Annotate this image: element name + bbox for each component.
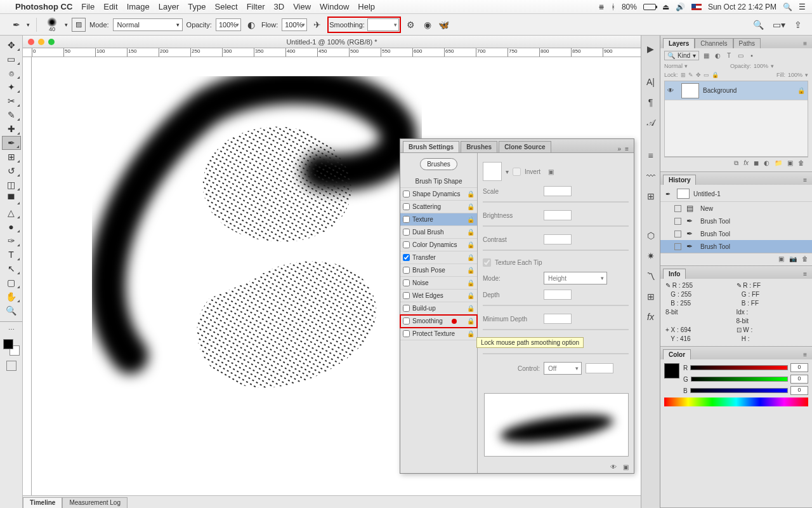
brightness-value[interactable] (544, 210, 572, 220)
lighting-icon[interactable]: ✷ (644, 249, 658, 263)
create-preset-icon[interactable]: ▣ (548, 168, 554, 175)
lock-pixels-icon[interactable]: ✎ (688, 72, 693, 78)
3d-panel-icon[interactable]: ⬡ (644, 229, 658, 243)
layer-group-icon[interactable]: 📁 (775, 159, 782, 167)
brush-option-noise[interactable]: Noise🔒 (400, 277, 477, 290)
menu-file[interactable]: File (81, 2, 95, 11)
panel-menu-icon[interactable]: ≡ (801, 269, 809, 279)
menu-help[interactable]: Help (358, 2, 375, 11)
eraser-tool[interactable]: ◫ (2, 178, 21, 192)
filter-pixel-icon[interactable]: ▦ (702, 51, 710, 60)
fx-icon[interactable]: fx (644, 310, 658, 324)
value-r[interactable]: 0 (790, 363, 808, 372)
history-item[interactable]: ✒Brush Tool (660, 215, 812, 227)
marquee-tool[interactable]: ▭ (2, 52, 21, 66)
tab-measurement-log[interactable]: Measurement Log (62, 497, 128, 508)
smoothing-options-icon[interactable]: ⚙ (405, 18, 417, 31)
eject-icon[interactable]: ⏏ (662, 3, 669, 11)
path-select-tool[interactable]: ↖ (2, 262, 21, 276)
brush-tip-shape[interactable]: Brush Tip Shape (400, 175, 477, 188)
control-select[interactable]: Off (544, 362, 582, 375)
min-depth-value[interactable] (544, 314, 572, 324)
flow-input[interactable]: 100% (282, 18, 307, 31)
history-item[interactable]: ✒Brush Tool (660, 240, 812, 253)
value-b[interactable]: 0 (790, 386, 808, 395)
eyedropper-tool[interactable]: ✎ (2, 108, 21, 122)
collapse-icon[interactable]: » (618, 145, 622, 152)
layer-fx-icon[interactable]: fx (743, 159, 749, 167)
brush-tool[interactable]: ✒ (2, 136, 21, 150)
new-layer-icon[interactable]: ▣ (787, 159, 793, 167)
brush-panel-toggle-icon[interactable]: ▨ (72, 18, 86, 32)
share-icon[interactable]: ⇪ (794, 20, 802, 30)
foreground-color[interactable] (664, 363, 679, 378)
layer-opacity-value[interactable]: 100% (754, 63, 768, 69)
filter-smart-icon[interactable]: ▪ (747, 51, 756, 60)
bluetooth-icon[interactable]: ᚼ (611, 3, 615, 11)
checkbox[interactable] (403, 318, 410, 324)
checkbox[interactable] (403, 305, 410, 312)
lock-icon[interactable]: 🔒 (467, 279, 475, 286)
lock-icon[interactable]: 🔒 (467, 330, 475, 337)
lock-artboard-icon[interactable]: ▭ (704, 72, 709, 78)
menu-type[interactable]: Type (188, 2, 206, 11)
menu-image[interactable]: Image (127, 2, 150, 11)
depth-value[interactable] (544, 290, 572, 300)
lock-icon[interactable]: 🔒 (467, 292, 475, 299)
hand-tool[interactable]: ✋ (2, 290, 21, 304)
preview-toggle-icon[interactable]: 👁 (610, 464, 617, 471)
layer-thumbnail[interactable] (681, 83, 699, 98)
link-layers-icon[interactable]: ⧉ (734, 159, 738, 167)
panel-menu-icon[interactable]: ≡ (801, 39, 809, 48)
volume-icon[interactable]: 🔊 (676, 3, 685, 11)
lock-icon[interactable]: 🔒 (467, 229, 475, 236)
blend-mode-select[interactable]: Normal (113, 18, 183, 31)
document-titlebar[interactable]: Untitled-1 @ 100% (RGB/8) * (23, 36, 641, 48)
lasso-tool[interactable]: ⌾ (2, 66, 21, 80)
symmetry-icon[interactable]: 🦋 (438, 18, 450, 31)
menu-view[interactable]: View (293, 2, 311, 11)
menu-window[interactable]: Window (320, 2, 349, 11)
brush-tool-icon[interactable]: ✒ (10, 18, 23, 31)
checkbox[interactable] (403, 330, 410, 337)
control-value[interactable] (586, 363, 613, 373)
brush-option-color-dynamics[interactable]: Color Dynamics🔒 (400, 239, 477, 251)
lock-position-icon[interactable]: ✥ (696, 72, 701, 78)
stamp-tool[interactable]: ⊞ (2, 150, 21, 164)
lock-icon[interactable]: 🔒 (467, 318, 475, 324)
menu-edit[interactable]: Edit (103, 2, 117, 11)
texture-swatch[interactable] (483, 162, 502, 181)
fill-value[interactable]: 100% (788, 72, 802, 78)
brush-option-wet-edges[interactable]: Wet Edges🔒 (400, 290, 477, 302)
invert-checkbox[interactable] (513, 168, 521, 176)
menu-layer[interactable]: Layer (159, 2, 180, 11)
size-pressure-icon[interactable]: ◉ (421, 18, 434, 31)
gradient-tool[interactable]: ▀ (2, 192, 21, 206)
color-spectrum[interactable] (664, 398, 808, 406)
healing-tool[interactable]: ✚ (2, 122, 21, 136)
quickmask-icon[interactable] (6, 361, 16, 371)
checkbox[interactable] (403, 216, 410, 223)
lock-all-icon[interactable]: 🔒 (712, 72, 719, 78)
play-icon[interactable]: ▶ (644, 42, 658, 56)
tab-brush-settings[interactable]: Brush Settings (403, 141, 459, 152)
checkbox[interactable] (403, 267, 410, 274)
blend-mode-layers[interactable]: Normal ▾ (664, 63, 728, 69)
adjustment-layer-icon[interactable]: ◐ (764, 159, 769, 167)
lock-icon[interactable]: 🔒 (467, 203, 475, 210)
contrast-value[interactable] (544, 234, 572, 244)
shape-tool[interactable]: ▢ (2, 276, 21, 290)
menu-filter[interactable]: Filter (247, 2, 265, 11)
glyphs-panel-icon[interactable]: 𝒜 (644, 116, 658, 130)
slider-b[interactable] (690, 388, 788, 393)
brush-option-texture[interactable]: Texture🔒 (400, 213, 477, 226)
checkbox[interactable] (403, 190, 410, 197)
move-tool[interactable]: ✥ (2, 38, 21, 52)
layer-item-background[interactable]: 👁 Background 🔒 (665, 81, 808, 100)
checkbox[interactable] (403, 203, 410, 210)
lock-transparent-icon[interactable]: ⊞ (681, 72, 686, 78)
history-item[interactable]: ✒Brush Tool (660, 227, 812, 240)
texture-each-tip-checkbox[interactable] (483, 258, 491, 267)
input-source-icon[interactable] (691, 4, 702, 10)
brush-settings-icon[interactable]: ≡ (644, 149, 658, 163)
